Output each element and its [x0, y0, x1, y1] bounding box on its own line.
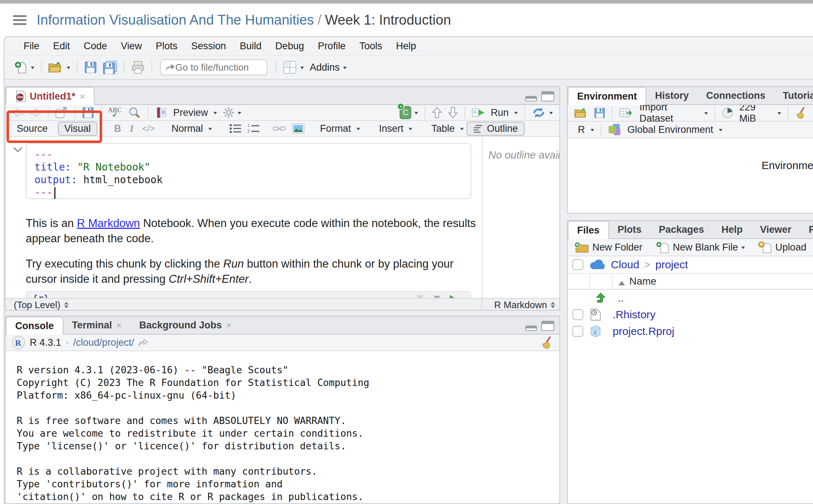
- name-column-header[interactable]: Name: [618, 276, 656, 287]
- language-selector[interactable]: R: [573, 124, 597, 135]
- save-document-button[interactable]: [79, 106, 97, 119]
- spellcheck-button[interactable]: ABC ✓: [105, 108, 125, 117]
- tab-presentation[interactable]: Presentatio: [800, 221, 813, 238]
- file-row-rhistory[interactable]: .Rhistory: [568, 306, 813, 323]
- breadcrumb-course-link[interactable]: Information Visualisation And The Humani…: [37, 12, 314, 28]
- upload-button[interactable]: Upload: [755, 241, 809, 253]
- menu-code[interactable]: Code: [77, 41, 114, 52]
- code-chunk[interactable]: {r}: [26, 291, 471, 298]
- tab-viewer[interactable]: Viewer: [751, 221, 800, 238]
- file-name-link[interactable]: project.Rproj: [613, 325, 674, 337]
- select-all-checkbox[interactable]: [572, 259, 583, 270]
- doc-type-selector[interactable]: R Markdown: [481, 299, 559, 311]
- working-directory-link[interactable]: /cloud/project/: [73, 337, 134, 348]
- tab-close-icon[interactable]: ×: [80, 91, 85, 102]
- tab-history[interactable]: History: [646, 87, 697, 104]
- numbered-list-button[interactable]: 12: [245, 123, 263, 134]
- find-replace-button[interactable]: [125, 106, 144, 119]
- load-workspace-button[interactable]: [571, 107, 591, 119]
- open-file-button[interactable]: [45, 61, 73, 74]
- tab-environment[interactable]: Environment: [568, 87, 646, 105]
- new-file-caret-icon[interactable]: [31, 67, 34, 71]
- chunk-options-gear-icon[interactable]: [416, 294, 425, 298]
- scope-indicator[interactable]: (Top Level): [14, 299, 61, 311]
- save-all-button[interactable]: [100, 60, 120, 74]
- bullet-list-button[interactable]: [226, 123, 245, 134]
- file-name-link[interactable]: .Rhistory: [613, 308, 655, 321]
- maximize-pane-icon[interactable]: [541, 91, 554, 101]
- goto-file-search[interactable]: [160, 59, 267, 75]
- menu-help[interactable]: Help: [389, 41, 423, 52]
- visual-editor[interactable]: --- title: "R Notebook" output: html_not…: [6, 137, 559, 298]
- console-output[interactable]: R version 4.3.1 (2023-06-16) -- "Beagle …: [6, 351, 559, 503]
- file-checkbox[interactable]: [572, 309, 583, 320]
- menu-profile[interactable]: Profile: [311, 41, 353, 52]
- tab-background-jobs[interactable]: Background Jobs ×: [130, 316, 240, 334]
- hamburger-menu-icon[interactable]: [13, 15, 26, 25]
- run-chunk-icon[interactable]: [449, 294, 456, 298]
- rerun-button[interactable]: [529, 107, 556, 118]
- bold-button[interactable]: B: [110, 123, 126, 134]
- goto-directory-icon[interactable]: [138, 339, 148, 346]
- format-menu[interactable]: Format: [315, 123, 363, 134]
- menu-view[interactable]: View: [114, 41, 149, 52]
- memory-usage-button[interactable]: 229 MiB: [719, 102, 784, 124]
- menu-debug[interactable]: Debug: [268, 41, 311, 52]
- code-button[interactable]: </>: [138, 123, 159, 134]
- panes-layout-button[interactable]: [280, 60, 307, 75]
- import-dataset-button[interactable]: Import Dataset: [616, 102, 711, 124]
- insert-chunk-button[interactable]: C: [397, 106, 421, 119]
- fold-chevron-icon[interactable]: [13, 147, 22, 154]
- new-folder-button[interactable]: New Folder: [571, 242, 645, 253]
- goto-file-input[interactable]: [175, 62, 255, 73]
- tab-connections[interactable]: Connections: [697, 87, 774, 104]
- paragraph-style-select[interactable]: Normal: [166, 123, 215, 134]
- document-options-button[interactable]: [220, 107, 244, 118]
- tab-files[interactable]: Files: [568, 221, 609, 239]
- back-button[interactable]: [9, 108, 27, 118]
- background-jobs-close-icon[interactable]: ×: [226, 320, 232, 331]
- jump-previous-chunk-button[interactable]: [429, 107, 445, 118]
- print-button[interactable]: [128, 61, 148, 74]
- yaml-metadata-block[interactable]: --- title: "R Notebook" output: html_not…: [26, 143, 471, 199]
- menu-tools[interactable]: Tools: [353, 41, 389, 52]
- breadcrumb-cloud-link[interactable]: Cloud: [611, 259, 639, 271]
- menu-file[interactable]: File: [17, 41, 46, 52]
- source-mode-toggle[interactable]: Source: [14, 123, 50, 134]
- visual-mode-toggle[interactable]: Visual: [58, 122, 97, 136]
- popout-window-button[interactable]: [52, 107, 71, 118]
- panes-caret-icon[interactable]: [300, 67, 304, 71]
- forward-button[interactable]: [27, 108, 44, 118]
- preview-notebook-button[interactable]: R Preview: [152, 106, 220, 119]
- file-row-rproj[interactable]: R project.Rproj: [568, 323, 813, 340]
- italic-button[interactable]: I: [125, 123, 138, 134]
- menu-build[interactable]: Build: [233, 41, 268, 52]
- maximize-pane-icon[interactable]: [541, 321, 554, 331]
- image-button[interactable]: [289, 123, 308, 134]
- save-button[interactable]: [81, 61, 100, 74]
- tab-help[interactable]: Help: [713, 221, 751, 238]
- new-file-button[interactable]: [11, 60, 37, 74]
- scope-stepper-icon[interactable]: [64, 300, 68, 310]
- tab-terminal[interactable]: Terminal ×: [63, 316, 131, 334]
- link-button[interactable]: [270, 124, 289, 133]
- open-file-caret-icon[interactable]: [67, 67, 70, 71]
- run-button[interactable]: Run: [469, 107, 521, 118]
- menu-plots[interactable]: Plots: [149, 41, 184, 52]
- outline-toggle-button[interactable]: Outline: [467, 122, 525, 136]
- menu-edit[interactable]: Edit: [46, 41, 77, 52]
- tab-plots[interactable]: Plots: [609, 221, 650, 238]
- save-workspace-button[interactable]: [591, 107, 608, 119]
- tab-tutorial[interactable]: Tutorial: [774, 87, 813, 104]
- breadcrumb-project-link[interactable]: project: [655, 259, 688, 271]
- tab-console[interactable]: Console: [6, 316, 63, 335]
- menu-session[interactable]: Session: [184, 41, 233, 52]
- jump-next-chunk-button[interactable]: [445, 107, 461, 118]
- new-blank-file-button[interactable]: New Blank File: [653, 241, 748, 253]
- clear-console-broom-icon[interactable]: [541, 336, 553, 349]
- file-name-link[interactable]: ..: [618, 292, 624, 304]
- tab-packages[interactable]: Packages: [650, 221, 713, 238]
- table-menu[interactable]: Table: [426, 123, 467, 134]
- minimize-pane-icon[interactable]: [525, 96, 537, 101]
- tab-untitled1[interactable]: Rmd Untitled1* ×: [6, 87, 95, 105]
